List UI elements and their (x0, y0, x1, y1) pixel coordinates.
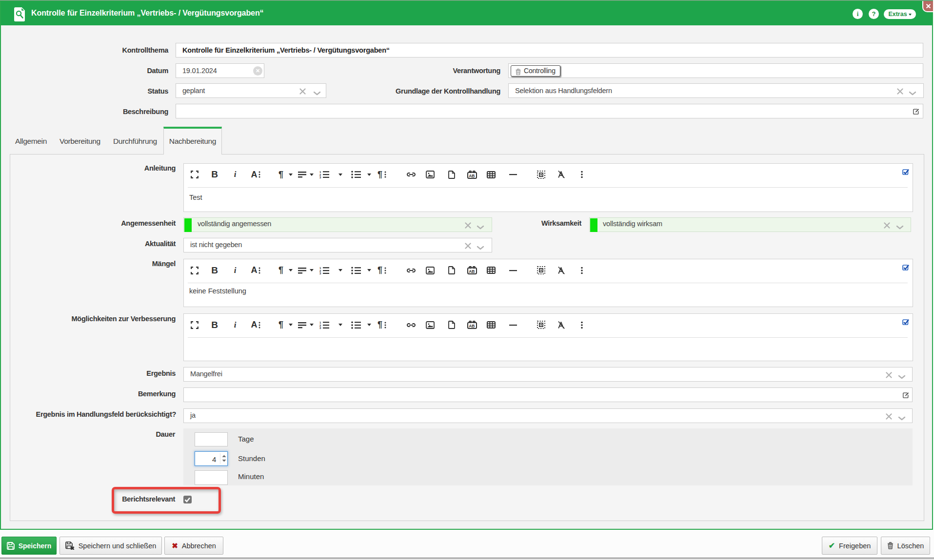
svg-text:3: 3 (319, 176, 321, 178)
svg-text:AB: AB (469, 269, 475, 274)
svg-text:AB: AB (469, 324, 475, 328)
svg-text:AB: AB (469, 173, 475, 178)
svg-text:3: 3 (319, 327, 321, 329)
svg-text:3: 3 (319, 272, 321, 274)
